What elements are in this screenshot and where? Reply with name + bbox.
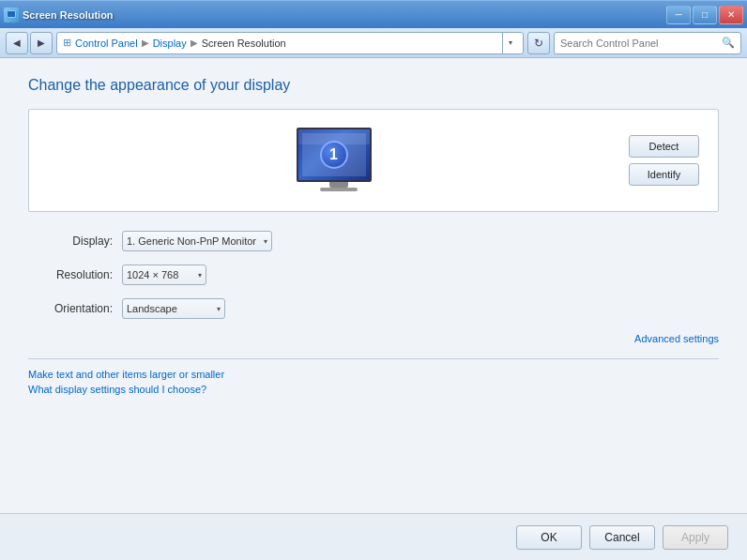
path-sep-2: ▶ bbox=[191, 38, 198, 48]
path-current: Screen Resolution bbox=[202, 38, 286, 49]
nav-buttons: ◀ ▶ bbox=[6, 32, 53, 54]
form-section: Display: 1. Generic Non-PnP Monitor ▾ Re… bbox=[28, 227, 719, 358]
orientation-label: Orientation: bbox=[28, 302, 122, 315]
minimize-button[interactable]: ─ bbox=[666, 6, 691, 24]
resolution-label: Resolution: bbox=[28, 268, 122, 281]
display-dropdown[interactable]: 1. Generic Non-PnP Monitor ▾ bbox=[122, 231, 272, 251]
page-title: Change the appearance of your display bbox=[28, 77, 719, 94]
maximize-button[interactable]: □ bbox=[693, 6, 717, 24]
resolution-value: 1024 × 768 bbox=[127, 269, 178, 280]
monitor-area: 1 Detect Identify bbox=[28, 109, 719, 212]
resolution-dropdown[interactable]: 1024 × 768 ▾ bbox=[122, 265, 206, 285]
monitor-display: 1 bbox=[48, 128, 629, 193]
dialog-footer: OK Cancel Apply bbox=[0, 513, 747, 560]
advanced-settings-row: Advanced settings bbox=[28, 332, 719, 345]
display-label: Display: bbox=[28, 235, 122, 248]
address-path: ⊞ Control Panel ▶ Display ▶ Screen Resol… bbox=[56, 32, 524, 54]
resolution-dropdown-arrow: ▾ bbox=[198, 271, 202, 280]
resolution-control: 1024 × 768 ▾ bbox=[122, 265, 206, 285]
display-control: 1. Generic Non-PnP Monitor ▾ bbox=[122, 231, 272, 251]
ok-button[interactable]: OK bbox=[516, 525, 582, 550]
search-box[interactable]: 🔍 bbox=[554, 32, 741, 54]
cancel-button[interactable]: Cancel bbox=[589, 525, 655, 550]
text-size-link[interactable]: Make text and other items larger or smal… bbox=[28, 369, 719, 380]
detect-buttons: Detect Identify bbox=[629, 135, 699, 186]
identify-button[interactable]: Identify bbox=[629, 163, 699, 186]
orientation-dropdown[interactable]: Landscape ▾ bbox=[122, 298, 225, 319]
path-control-panel[interactable]: Control Panel bbox=[75, 38, 138, 49]
monitor-image: 1 bbox=[297, 128, 381, 193]
path-sep-1: ▶ bbox=[142, 38, 149, 48]
main-content: Change the appearance of your display 1 … bbox=[0, 58, 747, 513]
path-icon: ⊞ bbox=[63, 37, 71, 49]
refresh-button[interactable]: ↻ bbox=[527, 32, 550, 54]
monitor-number: 1 bbox=[320, 141, 348, 169]
svg-rect-1 bbox=[8, 11, 15, 17]
path-display[interactable]: Display bbox=[153, 38, 187, 49]
detect-button[interactable]: Detect bbox=[629, 135, 699, 158]
monitor-base bbox=[320, 188, 358, 191]
title-text: Screen Resolution bbox=[23, 9, 114, 21]
search-input[interactable] bbox=[560, 38, 718, 49]
app-icon bbox=[4, 8, 19, 23]
forward-button[interactable]: ▶ bbox=[30, 32, 53, 54]
display-settings-link[interactable]: What display settings should I choose? bbox=[28, 384, 719, 395]
display-dropdown-arrow: ▾ bbox=[264, 237, 267, 246]
address-bar: ◀ ▶ ⊞ Control Panel ▶ Display ▶ Screen R… bbox=[0, 28, 747, 58]
orientation-control: Landscape ▾ bbox=[122, 298, 225, 319]
close-button[interactable]: ✕ bbox=[719, 6, 743, 24]
title-bar-left: Screen Resolution bbox=[4, 8, 114, 23]
orientation-value: Landscape bbox=[127, 303, 177, 314]
title-bar-controls: ─ □ ✕ bbox=[666, 6, 743, 24]
orientation-dropdown-arrow: ▾ bbox=[217, 305, 221, 313]
footer-links: Make text and other items larger or smal… bbox=[28, 369, 719, 395]
title-bar: Screen Resolution ─ □ ✕ bbox=[0, 0, 747, 28]
monitor-screen: 1 bbox=[297, 128, 372, 182]
display-row: Display: 1. Generic Non-PnP Monitor ▾ bbox=[28, 231, 719, 251]
apply-button[interactable]: Apply bbox=[663, 525, 728, 550]
display-value: 1. Generic Non-PnP Monitor bbox=[127, 235, 256, 247]
orientation-row: Orientation: Landscape ▾ bbox=[28, 298, 719, 319]
separator bbox=[28, 358, 719, 359]
search-icon: 🔍 bbox=[722, 37, 735, 49]
back-button[interactable]: ◀ bbox=[6, 32, 28, 54]
advanced-settings-link[interactable]: Advanced settings bbox=[634, 333, 719, 344]
path-dropdown-arrow[interactable]: ▾ bbox=[502, 32, 517, 54]
resolution-row: Resolution: 1024 × 768 ▾ bbox=[28, 265, 719, 285]
